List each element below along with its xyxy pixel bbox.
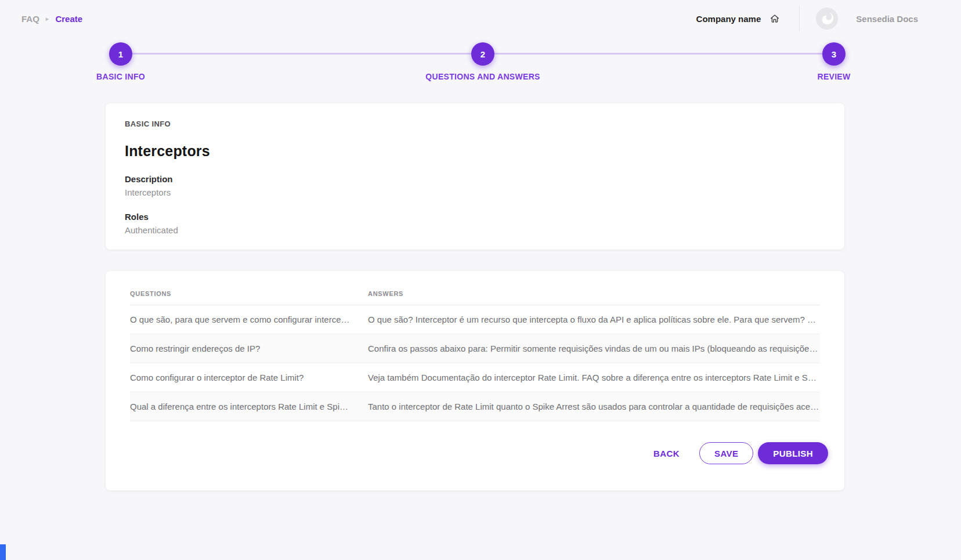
roles-label: Roles — [125, 212, 825, 222]
publish-button[interactable]: PUBLISH — [758, 442, 828, 464]
topbar-right: Company name Sensedia Docs — [696, 0, 918, 37]
form-actions: BACK SAVE PUBLISH — [653, 442, 828, 464]
table-row[interactable]: O que são, para que servem e como config… — [130, 305, 820, 334]
roles-value: Authenticated — [125, 225, 825, 235]
faq-title: Interceptors — [125, 143, 825, 160]
product-name-label: Sensedia Docs — [856, 14, 918, 24]
step-circle-questions-answers[interactable]: 2 — [471, 42, 494, 66]
table-row[interactable]: Como configurar o interceptor de Rate Li… — [130, 363, 820, 392]
answer-cell: Confira os passos abaixo para: Permitir … — [368, 344, 820, 353]
description-value: Interceptors — [125, 187, 825, 197]
breadcrumb: FAQ ▸ Create — [21, 0, 82, 37]
question-cell: Qual a diferença entre os interceptors R… — [130, 402, 368, 411]
description-field: Description Interceptors — [125, 174, 825, 197]
answer-cell: Veja também Documentação do interceptor … — [368, 373, 820, 382]
topbar: FAQ ▸ Create Company name Sensedia Docs — [0, 0, 961, 37]
step-circle-review[interactable]: 3 — [822, 42, 846, 66]
save-button[interactable]: SAVE — [699, 442, 753, 464]
step-circle-basic-info[interactable]: 1 — [109, 42, 132, 66]
home-icon[interactable] — [769, 13, 781, 24]
table-row[interactable]: Como restringir endereços de IP? Confira… — [130, 334, 820, 363]
answer-cell: Tanto o interceptor de Rate Limit quanto… — [368, 402, 820, 411]
description-label: Description — [125, 174, 825, 184]
questions-answers-card: QUESTIONS ANSWERS O que são, para que se… — [106, 271, 844, 490]
topbar-divider — [799, 6, 800, 31]
table-row[interactable]: Qual a diferença entre os interceptors R… — [130, 392, 820, 421]
questions-column-header: QUESTIONS — [130, 290, 368, 297]
question-cell: O que são, para que servem e como config… — [130, 315, 368, 324]
bottom-left-artifact — [0, 544, 6, 560]
question-cell: Como configurar o interceptor de Rate Li… — [130, 373, 368, 382]
step-label-review[interactable]: REVIEW — [817, 72, 850, 81]
qa-table-header: QUESTIONS ANSWERS — [130, 271, 820, 305]
company-name-label: Company name — [696, 14, 761, 24]
breadcrumb-section[interactable]: FAQ — [21, 14, 39, 24]
step-label-basic-info[interactable]: BASIC INFO — [96, 72, 145, 81]
breadcrumb-separator-icon: ▸ — [46, 16, 49, 22]
basic-info-section-label: BASIC INFO — [125, 120, 825, 128]
roles-field: Roles Authenticated — [125, 212, 825, 235]
back-button[interactable]: BACK — [653, 449, 680, 458]
basic-info-card: BASIC INFO Interceptors Description Inte… — [106, 103, 844, 250]
answers-column-header: ANSWERS — [368, 290, 820, 297]
question-cell: Como restringir endereços de IP? — [130, 344, 368, 353]
answer-cell: O que são? Interceptor é um recurso que … — [368, 315, 820, 324]
step-label-questions-answers[interactable]: QUESTIONS AND ANSWERS — [425, 72, 540, 81]
breadcrumb-current: Create — [55, 14, 82, 24]
sensedia-logo-icon — [816, 8, 838, 30]
